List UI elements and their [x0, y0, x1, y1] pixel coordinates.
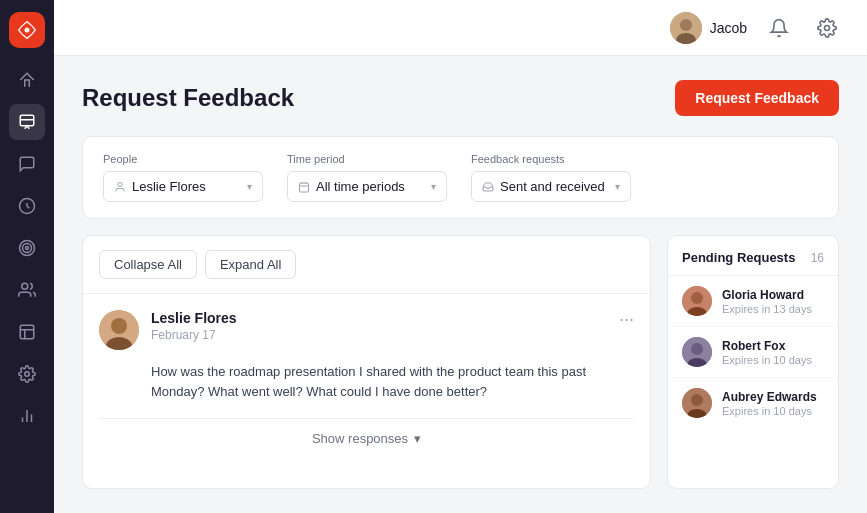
main-content: Jacob Request Feedback Request Feedback …	[54, 0, 867, 513]
pending-name-3: Aubrey Edwards	[722, 390, 824, 404]
chevron-down-icon: ▾	[247, 181, 252, 192]
pending-item-1[interactable]: Gloria Howard Expires in 13 days	[668, 276, 838, 327]
calendar-icon	[298, 181, 310, 193]
svg-rect-7	[20, 325, 34, 339]
feedback-item: Leslie Flores February 17 ··· How was th…	[83, 294, 650, 474]
sidebar-item-reports[interactable]	[9, 314, 45, 350]
sidebar-item-goals[interactable]	[9, 230, 45, 266]
request-feedback-button[interactable]: Request Feedback	[675, 80, 839, 116]
show-responses-label: Show responses	[312, 431, 408, 446]
time-period-filter-label: Time period	[287, 153, 447, 165]
chevron-down-icon-3: ▾	[615, 181, 620, 192]
page-title: Request Feedback	[82, 84, 294, 112]
pending-info-1: Gloria Howard Expires in 13 days	[722, 288, 824, 315]
svg-point-4	[23, 244, 32, 253]
feedback-header: Leslie Flores February 17 ···	[99, 310, 634, 350]
person-icon	[114, 181, 126, 193]
pending-expires-1: Expires in 13 days	[722, 303, 824, 315]
feedback-date: February 17	[151, 328, 607, 342]
pending-header: Pending Requests 16	[668, 236, 838, 276]
svg-point-15	[825, 25, 830, 30]
settings-button[interactable]	[811, 12, 843, 44]
people-filter-select[interactable]: Leslie Flores ▾	[103, 171, 263, 202]
content-area: Collapse All Expand All Le	[82, 235, 839, 489]
people-filter-group: People Leslie Flores ▾	[103, 153, 263, 202]
pending-expires-3: Expires in 10 days	[722, 405, 824, 417]
pending-name-2: Robert Fox	[722, 339, 824, 353]
feedback-more-button[interactable]: ···	[619, 310, 634, 328]
svg-point-25	[691, 292, 703, 304]
page-header: Request Feedback Request Feedback	[82, 80, 839, 116]
pending-avatar-3	[682, 388, 712, 418]
feedback-requests-filter-group: Feedback requests Sent and received ▾	[471, 153, 631, 202]
time-period-filter-select[interactable]: All time periods ▾	[287, 171, 447, 202]
svg-point-13	[680, 19, 692, 31]
pending-info-2: Robert Fox Expires in 10 days	[722, 339, 824, 366]
sidebar-item-feedback[interactable]	[9, 104, 45, 140]
sidebar	[0, 0, 54, 513]
feedback-requests-filter-label: Feedback requests	[471, 153, 631, 165]
feedback-requests-filter-value: Sent and received	[500, 179, 605, 194]
feedback-requests-filter-select[interactable]: Sent and received ▾	[471, 171, 631, 202]
sidebar-item-settings[interactable]	[9, 356, 45, 392]
pending-item-2[interactable]: Robert Fox Expires in 10 days	[668, 327, 838, 378]
pending-list: Gloria Howard Expires in 13 days	[668, 276, 838, 428]
collapse-toolbar: Collapse All Expand All	[83, 236, 650, 294]
svg-point-5	[26, 247, 29, 250]
svg-point-0	[25, 28, 30, 33]
svg-point-6	[22, 283, 28, 289]
page-body: Request Feedback Request Feedback People…	[54, 56, 867, 513]
header: Jacob	[54, 0, 867, 56]
feedback-list-panel: Collapse All Expand All Le	[82, 235, 651, 489]
avatar	[670, 12, 702, 44]
sidebar-item-home[interactable]	[9, 62, 45, 98]
expand-all-button[interactable]: Expand All	[205, 250, 296, 279]
chevron-down-icon-4: ▾	[414, 431, 421, 446]
notification-button[interactable]	[763, 12, 795, 44]
people-filter-label: People	[103, 153, 263, 165]
user-menu[interactable]: Jacob	[670, 12, 747, 44]
pending-item-3[interactable]: Aubrey Edwards Expires in 10 days	[668, 378, 838, 428]
sidebar-item-messages[interactable]	[9, 146, 45, 182]
sidebar-item-growth[interactable]	[9, 188, 45, 224]
svg-point-28	[691, 343, 703, 355]
collapse-all-button[interactable]: Collapse All	[99, 250, 197, 279]
time-period-filter-group: Time period All time periods ▾	[287, 153, 447, 202]
app-logo	[9, 12, 45, 48]
svg-point-8	[25, 372, 30, 377]
pending-avatar-1	[682, 286, 712, 316]
pending-info-3: Aubrey Edwards Expires in 10 days	[722, 390, 824, 417]
filter-bar: People Leslie Flores ▾ Time period All t…	[82, 136, 839, 219]
chevron-down-icon-2: ▾	[431, 181, 436, 192]
inbox-icon	[482, 181, 494, 193]
pending-requests-panel: Pending Requests 16 Gloria	[667, 235, 839, 489]
svg-point-31	[691, 394, 703, 406]
pending-avatar-2	[682, 337, 712, 367]
svg-point-22	[111, 318, 127, 334]
pending-title: Pending Requests	[682, 250, 795, 265]
pending-expires-2: Expires in 10 days	[722, 354, 824, 366]
sidebar-item-analytics[interactable]	[9, 398, 45, 434]
feedback-user-avatar	[99, 310, 139, 350]
feedback-body: How was the roadmap presentation I share…	[99, 362, 634, 402]
sidebar-item-people[interactable]	[9, 272, 45, 308]
feedback-user-info: Leslie Flores February 17	[151, 310, 607, 342]
show-responses-button[interactable]: Show responses ▾	[99, 419, 634, 458]
pending-count: 16	[811, 251, 824, 265]
pending-name-1: Gloria Howard	[722, 288, 824, 302]
feedback-user-name: Leslie Flores	[151, 310, 607, 326]
svg-rect-17	[300, 183, 309, 192]
time-period-filter-value: All time periods	[316, 179, 405, 194]
username: Jacob	[710, 20, 747, 36]
svg-point-16	[118, 182, 122, 186]
people-filter-value: Leslie Flores	[132, 179, 206, 194]
